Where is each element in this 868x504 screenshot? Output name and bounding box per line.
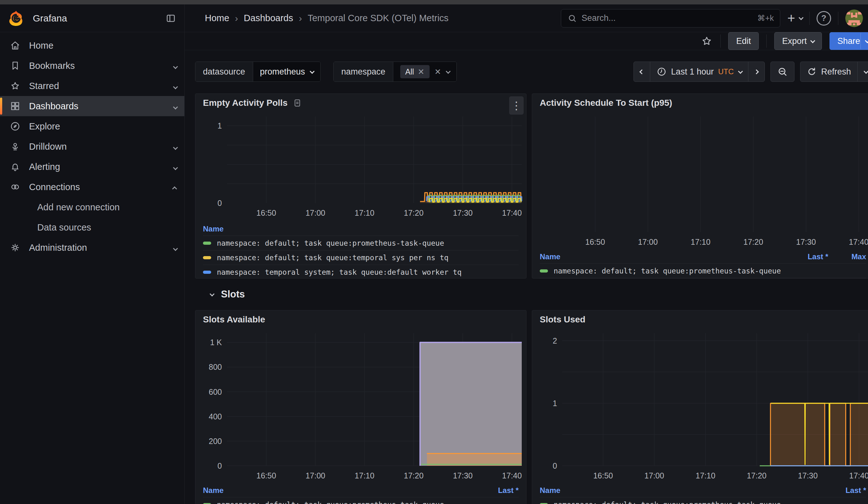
svg-text:17:20: 17:20: [747, 471, 767, 480]
svg-text:17:30: 17:30: [798, 471, 818, 480]
breadcrumb-separator: ›: [235, 13, 238, 24]
edit-button[interactable]: Edit: [728, 32, 759, 50]
sidebar-item-data-sources[interactable]: Data sources: [0, 217, 184, 237]
svg-text:17:40: 17:40: [849, 237, 868, 246]
legend-column-last[interactable]: Last *: [471, 486, 519, 495]
bookmark-icon: [9, 60, 21, 71]
sidebar-item-label: Alerting: [29, 162, 60, 172]
panel-header[interactable]: Slots Used: [532, 310, 868, 329]
gear-icon: [9, 242, 21, 253]
namespace-select[interactable]: All ✕ ✕: [393, 62, 457, 81]
zoom-out-time-button[interactable]: [771, 62, 794, 81]
legend-header: NameLast *Max: [540, 250, 866, 264]
breadcrumb: Home › Dashboards › Temporal Core SDK (O…: [205, 4, 448, 32]
legend-column-last[interactable]: Last *: [781, 252, 828, 261]
legend-column-max[interactable]: Max: [828, 252, 866, 261]
legend-column-name[interactable]: Name: [203, 486, 471, 495]
zoom-out-icon: [777, 66, 788, 77]
sidebar-item-label: Explore: [29, 121, 60, 132]
time-shift-back-button[interactable]: [634, 62, 650, 81]
legend-series-row[interactable]: namespace: default; task_queue:temporal_…: [203, 250, 519, 265]
svg-text:1: 1: [217, 121, 222, 130]
dashboard-controls: datasource prometheus namespace All ✕ ✕: [195, 62, 868, 82]
chevron-down-icon: [173, 81, 177, 91]
clear-selection-icon[interactable]: ✕: [435, 67, 441, 76]
time-series-chart[interactable]: 1016:5017:0017:1017:2017:3017:40: [195, 112, 526, 222]
breadcrumb-home[interactable]: Home: [205, 13, 229, 23]
svg-text:17:20: 17:20: [404, 208, 424, 217]
sidebar-item-label: Starred: [29, 81, 59, 91]
chevron-down-icon: [173, 61, 177, 71]
sidebar-item-connections[interactable]: Connections: [0, 177, 184, 197]
time-series-chart[interactable]: 16:5017:0017:1017:2017:3017:40: [532, 112, 868, 250]
header-actions: ⌘+k + ?: [561, 4, 868, 32]
chevron-down-icon: [173, 142, 177, 152]
sidebar-item-add-new-connection[interactable]: Add new connection: [0, 197, 184, 217]
refresh-button[interactable]: Refresh: [800, 62, 858, 81]
svg-text:17:00: 17:00: [644, 471, 664, 480]
panel-title: Activity Schedule To Start (p95): [540, 98, 672, 108]
sidebar-item-administration[interactable]: Administration: [0, 237, 184, 258]
panel-menu-button[interactable]: ⋮: [509, 96, 524, 115]
clock-icon: [657, 66, 666, 77]
legend-series-row[interactable]: namespace: default; task_queue:prometheu…: [540, 264, 866, 278]
remove-chip-icon[interactable]: ✕: [418, 67, 425, 76]
legend-series-row[interactable]: namespace: default; task_queue:prometheu…: [203, 236, 519, 250]
legend-column-name[interactable]: Name: [540, 252, 781, 261]
svg-text:17:10: 17:10: [696, 471, 715, 480]
sidebar-item-dashboards[interactable]: Dashboards: [0, 96, 184, 116]
chevron-down-icon: [865, 38, 868, 43]
toolbar-divider: [720, 34, 721, 48]
legend-series-row[interactable]: namespace: default; task_queue:prometheu…: [203, 497, 519, 504]
legend-column-name[interactable]: Name: [540, 486, 819, 495]
search-box[interactable]: ⌘+k: [561, 9, 780, 28]
time-shift-forward-button[interactable]: [748, 62, 764, 81]
panel-header[interactable]: Slots Available: [195, 310, 526, 329]
sidebar-item-drilldown[interactable]: Drilldown: [0, 136, 184, 157]
svg-text:17:40: 17:40: [502, 208, 522, 217]
panel-header[interactable]: Empty Activity Polls: [195, 94, 526, 112]
add-new-button[interactable]: +: [787, 12, 802, 25]
favorite-star-icon[interactable]: [701, 35, 713, 47]
section-collapse-icon: [209, 291, 215, 297]
window-top-strip: [0, 0, 868, 4]
refresh-interval-button[interactable]: [857, 62, 868, 81]
section-row-slots[interactable]: Slots: [210, 285, 868, 304]
sidebar-item-bookmarks[interactable]: Bookmarks: [0, 55, 184, 76]
series-color-pill: [540, 269, 548, 272]
time-range-picker[interactable]: Last 1 hour UTC: [650, 62, 748, 81]
namespace-chip-all[interactable]: All ✕: [400, 65, 430, 78]
legend-series-row[interactable]: namespace: temporal_system; task_queue:d…: [203, 265, 519, 278]
help-button[interactable]: ?: [817, 11, 831, 25]
panel-header[interactable]: Activity Schedule To Start (p95): [532, 94, 868, 112]
chevron-down-icon: [810, 38, 815, 43]
datasource-select[interactable]: prometheus: [253, 62, 321, 81]
user-avatar[interactable]: [845, 10, 863, 27]
legend-series-row[interactable]: namespace: default; task_queue:prometheu…: [540, 497, 866, 504]
chevron-down-icon: [173, 243, 177, 253]
time-series-chart[interactable]: 1 K800600400200016:5017:0017:1017:2017:3…: [195, 329, 526, 483]
svg-text:16:50: 16:50: [256, 208, 276, 217]
sidebar-item-explore[interactable]: Explore: [0, 116, 184, 136]
panel-description-icon[interactable]: [292, 98, 302, 108]
panel-empty-activity-polls: Empty Activity Polls ⋮ 1016:5017:0017:10…: [195, 93, 526, 278]
sidebar-item-starred[interactable]: Starred: [0, 76, 184, 96]
sidebar-nav: HomeBookmarksStarredDashboardsExploreDri…: [0, 32, 185, 504]
sidebar-item-alerting[interactable]: Alerting: [0, 157, 184, 177]
breadcrumb-dashboards[interactable]: Dashboards: [244, 13, 293, 23]
home-icon: [9, 40, 21, 51]
sidebar-toggle-icon[interactable]: [165, 13, 176, 24]
datasource-variable: datasource prometheus: [195, 62, 321, 82]
sidebar-item-label: Dashboards: [29, 101, 78, 112]
export-button[interactable]: Export: [774, 32, 822, 50]
time-series-chart[interactable]: 21016:5017:0017:1017:2017:3017:40: [532, 329, 868, 483]
series-name: namespace: default; task_queue:prometheu…: [217, 239, 519, 247]
series-color-pill: [203, 271, 211, 274]
legend-column-last[interactable]: Last *: [819, 486, 866, 495]
share-options-button[interactable]: [860, 32, 868, 50]
legend-column-name[interactable]: Name: [203, 225, 519, 233]
svg-text:800: 800: [209, 362, 222, 371]
svg-text:16:50: 16:50: [585, 237, 605, 246]
sidebar-item-home[interactable]: Home: [0, 35, 184, 55]
search-input[interactable]: [581, 13, 753, 23]
